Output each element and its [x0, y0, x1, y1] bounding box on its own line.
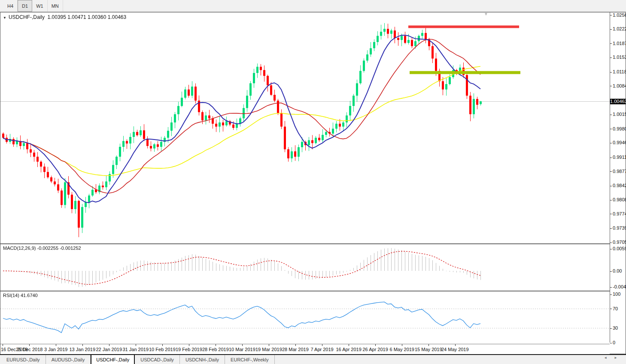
- time-axis-label: 31 Jan 2019: [123, 347, 149, 352]
- timeframe-mn-button[interactable]: MN: [48, 0, 63, 12]
- time-axis-label: 28 Mar 2019: [282, 347, 309, 352]
- chart-tab-bar: EURUSD-,DailyAUDUSD-,DailyUSDCHF-,DailyU…: [0, 354, 626, 364]
- chart-dropdown-icon[interactable]: ▼: [3, 16, 6, 20]
- price-axis-label: 1.00840: [610, 83, 626, 88]
- time-axis-tick: [428, 344, 429, 346]
- time-axis-label: 25 Dec 2018: [16, 347, 43, 352]
- time-axis-tick: [189, 344, 189, 346]
- rsi-axis-label: 30: [610, 325, 618, 331]
- price-axis-label: 1.02220: [610, 26, 626, 31]
- price-axis-label: 1.00150: [610, 112, 626, 117]
- time-axis-label: 19 Feb 2019: [176, 347, 202, 352]
- price-axis-label: 0.97740: [610, 211, 626, 216]
- rsi-axis-label: 0: [610, 340, 615, 345]
- chart-tab-usdchf[interactable]: USDCHF-,Daily: [91, 354, 135, 364]
- rsi-panel: RSI(14) 41.6740: [0, 291, 610, 344]
- ohlc-close: 1.00463: [108, 14, 126, 20]
- time-axis-tick: [3, 344, 3, 346]
- time-axis-label: 26 Apr 2019: [363, 347, 388, 352]
- time-axis-label: 6 May 2019: [390, 347, 414, 352]
- price-axis-label: 1.01530: [610, 55, 626, 60]
- tab-scroll-arrows[interactable]: ◄►: [604, 356, 624, 360]
- price-axis-label: 0.98420: [610, 183, 626, 188]
- time-axis-label: 7 Apr 2019: [311, 347, 334, 352]
- price-axis[interactable]: 1.00463 1.025601.022201.018701.015301.01…: [610, 12, 626, 343]
- ohlc-low: 1.00360: [88, 14, 106, 20]
- mt4-window: H4D1W1MN ▼USDCHF-,Daily 1.00395 1.00471 …: [0, 0, 626, 364]
- tab-scroll-right-icon[interactable]: ►: [614, 356, 624, 360]
- time-axis-tick: [375, 344, 376, 346]
- time-axis-label: 24 May 2019: [441, 347, 469, 352]
- time-axis-tick: [242, 344, 243, 346]
- time-axis-tick: [322, 344, 322, 346]
- time-axis-label: 10 Feb 2019: [149, 347, 176, 352]
- time-axis-tick: [269, 344, 269, 346]
- price-axis-label: 1.01870: [610, 41, 626, 46]
- price-axis-label: 0.97390: [610, 225, 626, 231]
- price-axis-label: 1.01180: [610, 69, 626, 74]
- time-axis-tick: [109, 344, 109, 346]
- time-axis-tick: [56, 344, 56, 346]
- price-chart-canvas[interactable]: [0, 12, 610, 243]
- time-axis-label: 16 Apr 2019: [336, 347, 362, 352]
- time-axis-tick: [136, 344, 136, 346]
- ohlc-high: 1.00471: [67, 14, 86, 20]
- rsi-axis-label: 100: [610, 291, 620, 297]
- panel-splitter[interactable]: [0, 291, 626, 291]
- timeframe-h4-button[interactable]: H4: [3, 0, 18, 12]
- macd-label: MACD(12,26,9) -0.002255 -0.001252: [3, 246, 81, 251]
- rsi-canvas[interactable]: [0, 291, 610, 344]
- price-chart-panel: ▼USDCHF-,Daily 1.00395 1.00471 1.00360 1…: [0, 12, 610, 243]
- chart-tab-usdcad[interactable]: USDCAD-,Daily: [135, 355, 180, 364]
- rsi-axis-label: 70: [610, 306, 618, 311]
- chart-title: ▼USDCHF-,Daily 1.00395 1.00471 1.00360 1…: [3, 14, 126, 20]
- time-axis-tick: [455, 344, 456, 346]
- timeframe-toolbar: H4D1W1MN: [0, 0, 626, 12]
- price-axis-label: 0.99460: [610, 140, 626, 145]
- time-axis-tick: [295, 344, 296, 346]
- time-axis-label: 13 Jan 2019: [70, 347, 96, 352]
- time-axis-label: 15 May 2019: [415, 347, 442, 352]
- time-axis-tick: [29, 344, 30, 346]
- timeframe-d1-button[interactable]: D1: [18, 0, 32, 12]
- chart-tab-audusd[interactable]: AUDUSD-,Daily: [46, 355, 91, 364]
- price-axis-label: 1.02560: [610, 12, 626, 18]
- chart-tab-eurchf[interactable]: EURCHF-,Weekly: [225, 355, 274, 364]
- time-axis-label: 10 Mar 2019: [229, 347, 255, 352]
- chart-shift-marker-icon[interactable]: ▼: [484, 12, 488, 16]
- time-axis-label: 3 Jan 2019: [44, 347, 67, 352]
- macd-axis-label: 0.00597: [610, 246, 626, 251]
- rsi-label: RSI(14) 41.6740: [3, 293, 38, 298]
- chart-symbol-label: USDCHF-,Daily: [9, 14, 45, 20]
- time-axis-tick: [162, 344, 163, 346]
- chart-tab-eurusd[interactable]: EURUSD-,Daily: [1, 355, 46, 364]
- price-axis-label: 0.98080: [610, 197, 626, 202]
- macd-canvas[interactable]: [0, 244, 610, 291]
- macd-panel: MACD(12,26,9) -0.002255 -0.001252: [0, 244, 610, 291]
- panel-splitter[interactable]: [0, 243, 626, 244]
- price-axis-label: 0.98770: [610, 169, 626, 174]
- time-axis-tick: [216, 344, 216, 346]
- tab-scroll-left-icon[interactable]: ◄: [604, 356, 614, 360]
- time-axis-tick: [402, 344, 402, 346]
- time-axis-label: 22 Jan 2019: [96, 347, 122, 352]
- current-price-tag: 1.00463: [610, 99, 626, 104]
- ohlc-open: 1.00395: [48, 14, 66, 20]
- timeframe-w1-button[interactable]: W1: [32, 0, 48, 12]
- time-axis[interactable]: 16 Dec 201825 Dec 20183 Jan 201913 Jan 2…: [0, 344, 610, 354]
- macd-axis-label: -0.00424: [610, 284, 626, 289]
- macd-axis-label: 0.00: [610, 268, 622, 273]
- price-axis-label: 0.99800: [610, 126, 626, 131]
- chart-tab-usdcnh[interactable]: USDCNH-,Daily: [180, 355, 225, 364]
- time-axis-tick: [82, 344, 83, 346]
- price-axis-label: 0.99110: [610, 155, 626, 160]
- price-axis-label: 0.97050: [610, 240, 626, 245]
- time-axis-label: 19 Mar 2019: [255, 347, 282, 352]
- time-axis-tick: [349, 344, 349, 346]
- time-axis-label: 28 Feb 2019: [202, 347, 229, 352]
- chart-frame: ▼USDCHF-,Daily 1.00395 1.00471 1.00360 1…: [0, 12, 626, 354]
